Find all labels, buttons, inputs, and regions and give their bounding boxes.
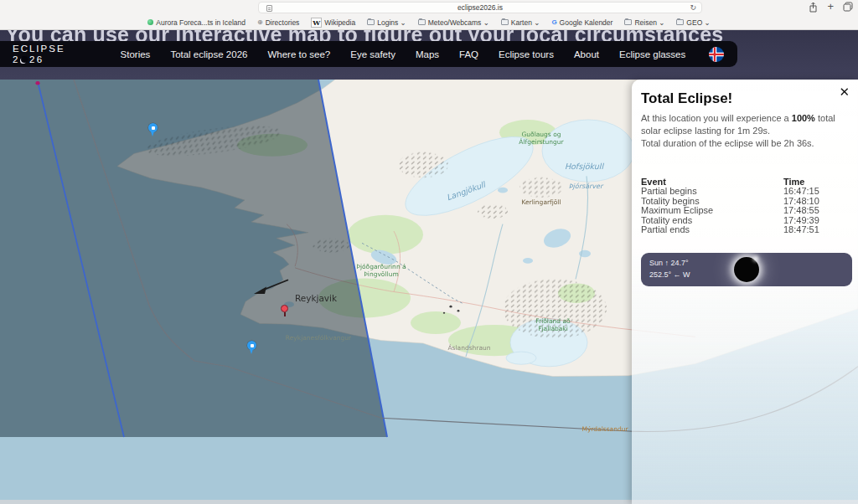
nav-item-total-eclipse-2026[interactable]: Total eclipse 2026 (170, 49, 247, 59)
address-bar[interactable]: eclipse2026.is ↻ (258, 2, 702, 13)
aurora-icon (147, 19, 153, 25)
table-row: Partial begins16:47:15 (641, 187, 852, 197)
panel-duration: Total duration of the eclipse will be 2h… (641, 137, 850, 150)
selected-location-pin[interactable] (281, 305, 288, 312)
nav-item-about[interactable]: About (574, 49, 599, 59)
sun-position-bar: Sun ↑ 24.7° 252.5° ← W (641, 253, 852, 286)
map-pin-snaefellsnes[interactable] (148, 123, 158, 132)
bookmark-folder-reisen[interactable]: Reisen ⌄ (624, 18, 664, 27)
folder-icon (624, 19, 632, 25)
table-row: Maximum Eclipse17:48:55 (641, 206, 852, 216)
browser-toolbar: eclipse2026.is ↻ + (0, 0, 858, 15)
globe-icon: ⊕ (257, 18, 263, 26)
path-node-dot[interactable] (35, 81, 39, 85)
nav-item-eclipse-glasses[interactable]: Eclipse glasses (619, 49, 685, 59)
bookmark-google-kalender[interactable]: GGoogle Kalender (551, 18, 612, 27)
google-icon: G (551, 18, 556, 26)
sun-position-text: Sun ↑ 24.7° 252.5° ← W (649, 258, 690, 280)
event-times-table: Event Time Partial begins16:47:15 Totali… (641, 177, 852, 235)
close-icon[interactable]: ✕ (839, 85, 850, 98)
nav-item-where-to-see[interactable]: Where to see? (267, 49, 330, 59)
reload-icon[interactable]: ↻ (690, 3, 696, 12)
nav-item-maps[interactable]: Maps (416, 49, 439, 59)
reader-icon[interactable] (266, 5, 272, 12)
panel-description: At this location you will experience a 1… (641, 112, 850, 137)
bookmark-wikipedia[interactable]: WWikipedia (311, 18, 355, 28)
nav-item-faq[interactable]: FAQ (459, 49, 478, 59)
nav-item-eye-safety[interactable]: Eye safety (350, 49, 395, 59)
folder-icon (676, 19, 684, 25)
panel-title: Total Eclipse! (641, 90, 849, 107)
table-row: Partial ends18:47:51 (641, 225, 852, 235)
bookmark-folder-karten[interactable]: Karten ⌄ (501, 18, 540, 27)
tab-overview-icon[interactable] (843, 2, 853, 12)
bookmarks-bar: Aurora Foreca...ts in Iceland ⊕Directori… (0, 15, 858, 29)
site-navbar: ECLIPSE 226 Stories Total eclipse 2026 W… (0, 41, 737, 67)
eclipse-logo-icon (21, 56, 28, 63)
map-pin-reykjanes[interactable] (247, 341, 256, 350)
share-icon[interactable] (809, 2, 818, 13)
folder-icon (501, 19, 509, 25)
url-text: eclipse2026.is (457, 3, 503, 12)
new-tab-icon[interactable]: + (827, 1, 834, 13)
bookmark-folder-logins[interactable]: Logins ⌄ (367, 18, 406, 27)
nav-item-eclipse-tours[interactable]: Eclipse tours (499, 49, 554, 59)
wikipedia-icon: W (311, 18, 322, 28)
bookmark-aurora[interactable]: Aurora Foreca...ts in Iceland (147, 18, 246, 27)
bookmark-directories[interactable]: ⊕Directories (257, 18, 299, 27)
bookmark-folder-geo[interactable]: GEO ⌄ (676, 18, 710, 27)
bookmark-folder-meteo[interactable]: Meteo/Webcams ⌄ (418, 18, 489, 27)
site-logo[interactable]: ECLIPSE 226 (13, 44, 65, 64)
folder-icon (418, 19, 426, 25)
browser-chrome: eclipse2026.is ↻ + Aurora Foreca...ts in… (0, 0, 858, 30)
eclipse-info-panel: ✕ Total Eclipse! At this location you wi… (632, 80, 858, 504)
nav-item-stories[interactable]: Stories (121, 49, 151, 59)
total-eclipse-corona-image (734, 257, 759, 282)
folder-icon (367, 19, 375, 25)
iceland-flag-icon[interactable] (709, 47, 724, 62)
